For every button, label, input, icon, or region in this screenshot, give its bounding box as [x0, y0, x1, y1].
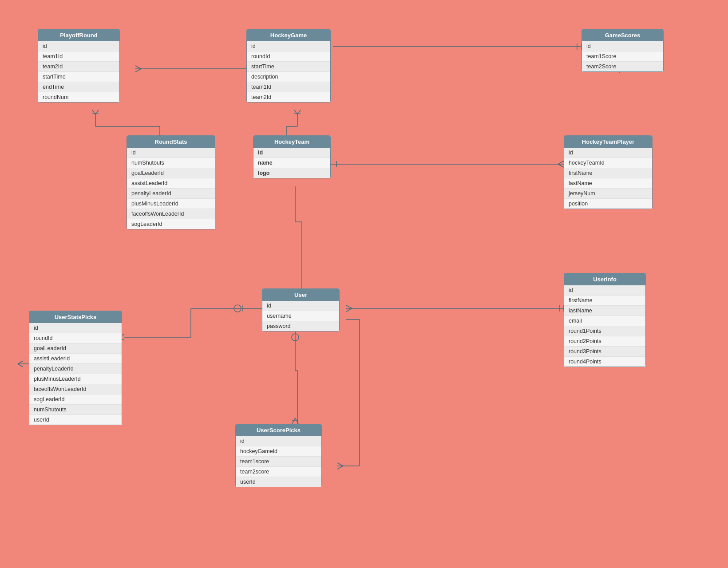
- svg-line-11: [92, 110, 95, 114]
- field-roundstats-plusminusleaderid: plusMinusLeaderId: [127, 199, 215, 209]
- field-hockeyteamplayer-firstname: firstName: [564, 168, 652, 178]
- field-userinfo-round4points: round4Points: [564, 357, 645, 367]
- field-userinfo-round3points: round3Points: [564, 347, 645, 357]
- entity-header-gamescores: GameScores: [582, 29, 663, 41]
- svg-line-51: [337, 463, 343, 466]
- svg-line-45: [292, 418, 295, 424]
- svg-line-56: [18, 364, 23, 367]
- field-hockeyteamplayer-jerseynum: jerseyNum: [564, 189, 652, 199]
- field-hockeyteamplayer-lastname: lastName: [564, 178, 652, 189]
- field-userscorepicks-team2score: team2score: [236, 467, 321, 477]
- field-userstatspicks-goalleaderid: goalLeaderId: [29, 343, 122, 354]
- entity-header-hockeyteam: HockeyTeam: [253, 136, 330, 148]
- entity-header-user: User: [262, 289, 339, 301]
- entity-hockeyteam: HockeyTeam id name logo: [253, 135, 331, 178]
- field-userstatspicks-assistleaderid: assistLeaderId: [29, 354, 122, 364]
- entity-header-roundstats: RoundStats: [127, 136, 215, 148]
- field-hockeygame-team2id: team2Id: [247, 92, 330, 102]
- field-hockeygame-description: description: [247, 72, 330, 82]
- field-roundstats-sogleaderid: sogLeaderId: [127, 219, 215, 229]
- field-hockeyteam-id: id: [253, 148, 330, 158]
- field-userstatspicks-faceoffswonleaderid: faceoffsWonLeaderId: [29, 384, 122, 394]
- field-hockeyteamplayer-id: id: [564, 148, 652, 158]
- field-userstatspicks-roundid: roundId: [29, 333, 122, 343]
- field-roundstats-faceoffswonleaderid: faceoffsWonLeaderId: [127, 209, 215, 219]
- field-userscorepicks-hockeygameid: hockeyGameId: [236, 446, 321, 457]
- svg-line-12: [95, 110, 99, 114]
- entity-header-userscorepicks: UserScorePicks: [236, 424, 321, 436]
- field-user-username: username: [262, 311, 339, 321]
- svg-line-2: [135, 69, 141, 72]
- entity-playoffround: PlayoffRound id team1Id team2Id startTim…: [38, 29, 120, 103]
- field-userstatspicks-penaltyleaderid: penaltyLeaderId: [29, 364, 122, 374]
- entity-header-hockeyteamplayer: HockeyTeamPlayer: [564, 136, 652, 148]
- field-roundstats-numshutouts: numShutouts: [127, 158, 215, 168]
- field-roundstats-assistleaderid: assistLeaderId: [127, 178, 215, 189]
- field-hockeyteam-logo: logo: [253, 168, 330, 178]
- svg-line-46: [295, 418, 298, 424]
- field-hockeyteam-name: name: [253, 158, 330, 168]
- svg-line-1: [135, 66, 141, 69]
- field-hockeygame-id: id: [247, 41, 330, 51]
- field-playoffround-starttime: startTime: [38, 72, 119, 82]
- svg-line-31: [346, 308, 352, 312]
- field-hockeyteamplayer-position: position: [564, 199, 652, 209]
- field-userstatspicks-id: id: [29, 323, 122, 333]
- field-gamescores-id: id: [582, 41, 663, 51]
- svg-line-30: [346, 305, 352, 308]
- field-hockeygame-team1id: team1Id: [247, 82, 330, 92]
- entity-header-playoffround: PlayoffRound: [38, 29, 119, 41]
- svg-point-44: [292, 334, 299, 341]
- field-playoffround-endtime: endTime: [38, 82, 119, 92]
- entity-userscorepicks: UserScorePicks id hockeyGameId team1scor…: [235, 424, 322, 487]
- entity-header-hockeygame: HockeyGame: [247, 29, 330, 41]
- svg-point-37: [234, 305, 241, 312]
- field-userinfo-lastname: lastName: [564, 306, 645, 316]
- entity-user: User id username password: [262, 288, 340, 331]
- entity-gamescores: GameScores id team1Score team2Score: [582, 29, 664, 72]
- field-roundstats-id: id: [127, 148, 215, 158]
- field-gamescores-team1score: team1Score: [582, 51, 663, 62]
- field-playoffround-team2id: team2Id: [38, 62, 119, 72]
- svg-line-25: [558, 164, 564, 167]
- field-gamescores-team2score: team2Score: [582, 62, 663, 71]
- field-user-password: password: [262, 321, 339, 331]
- diagram-container: PlayoffRound id team1Id team2Id startTim…: [0, 0, 728, 568]
- field-userinfo-round1points: round1Points: [564, 326, 645, 336]
- field-userinfo-id: id: [564, 285, 645, 296]
- field-playoffround-team1id: team1Id: [38, 51, 119, 62]
- field-userinfo-firstname: firstName: [564, 296, 645, 306]
- field-userstatspicks-plusminusleaderid: plusMinusLeaderId: [29, 374, 122, 384]
- field-playoffround-roundnum: roundNum: [38, 92, 119, 102]
- field-userstatspicks-sogleaderid: sogLeaderId: [29, 394, 122, 405]
- entity-userstatspicks: UserStatsPicks id roundId goalLeaderId a…: [29, 311, 122, 425]
- entity-header-userinfo: UserInfo: [564, 273, 645, 285]
- entity-roundstats: RoundStats id numShutouts goalLeaderId a…: [127, 135, 215, 229]
- entity-hockeyteamplayer: HockeyTeamPlayer id hockeyTeamId firstNa…: [564, 135, 653, 209]
- field-hockeygame-roundid: roundId: [247, 51, 330, 62]
- field-userinfo-round2points: round2Points: [564, 336, 645, 347]
- field-hockeygame-starttime: startTime: [247, 62, 330, 72]
- entity-header-userstatspicks: UserStatsPicks: [29, 311, 122, 323]
- entity-hockeygame: HockeyGame id roundId startTime descript…: [246, 29, 331, 103]
- svg-line-18: [294, 110, 297, 114]
- svg-line-19: [297, 110, 301, 114]
- field-userscorepicks-userid: userId: [236, 477, 321, 487]
- field-roundstats-penaltyleaderid: penaltyLeaderId: [127, 189, 215, 199]
- entity-userinfo: UserInfo id firstName lastName email rou…: [564, 273, 646, 367]
- field-roundstats-goalleaderid: goalLeaderId: [127, 168, 215, 178]
- field-user-id: id: [262, 301, 339, 311]
- field-userstatspicks-userid: userId: [29, 415, 122, 425]
- svg-line-52: [337, 466, 343, 469]
- svg-line-24: [558, 161, 564, 164]
- field-userinfo-email: email: [564, 316, 645, 326]
- field-userscorepicks-id: id: [236, 436, 321, 446]
- field-userscorepicks-team1score: team1score: [236, 457, 321, 467]
- field-hockeyteamplayer-hockeyteamid: hockeyTeamId: [564, 158, 652, 168]
- field-playoffround-id: id: [38, 41, 119, 51]
- field-userstatspicks-numshutouts: numShutouts: [29, 405, 122, 415]
- svg-line-55: [18, 361, 23, 364]
